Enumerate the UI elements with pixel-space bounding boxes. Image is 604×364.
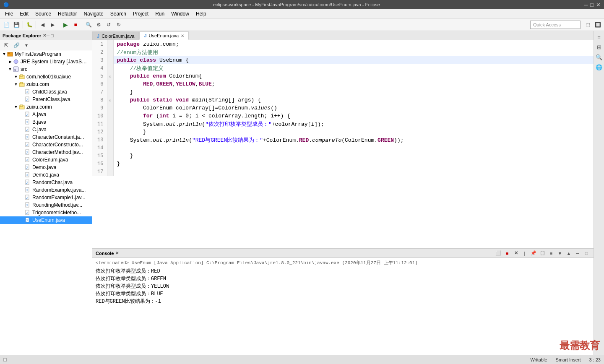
console-pin-button[interactable]: 📌 xyxy=(530,250,537,257)
svg-text:J: J xyxy=(26,121,28,124)
menu-edit[interactable]: Edit xyxy=(16,10,32,18)
code-content[interactable]: } xyxy=(113,128,594,136)
toolbar-btn-7[interactable]: ↺ xyxy=(104,20,113,29)
toolbar-btn-8[interactable]: ↻ xyxy=(114,20,123,29)
tree-type-icon: J xyxy=(24,187,31,193)
code-content[interactable]: //enum方法使用 xyxy=(113,48,594,56)
tree-item[interactable]: JCharacterMethod.jav... xyxy=(0,148,92,156)
sidebar-min-icon[interactable]: ─ xyxy=(46,33,49,38)
console-btn-3[interactable]: ✕ xyxy=(512,250,520,257)
code-content[interactable]: } xyxy=(113,88,594,96)
tree-item[interactable]: ▼ssrc xyxy=(0,65,92,73)
tree-item[interactable]: JParentClass.java xyxy=(0,96,92,103)
prev-button[interactable]: ◀ xyxy=(38,20,47,29)
tree-arrow: ▼ xyxy=(13,82,18,86)
console-btn-4[interactable]: | xyxy=(521,250,528,257)
sidebar-view-menu-button[interactable]: ▾ xyxy=(22,41,31,50)
menu-run[interactable]: Run xyxy=(152,10,168,18)
tree-item[interactable]: ▼com.hello01kuaixue xyxy=(0,73,92,81)
menu-file[interactable]: File xyxy=(2,10,16,18)
tree-item[interactable]: JRandomExample.java... xyxy=(0,186,92,194)
collapse-all-button[interactable]: ⇱ xyxy=(2,41,11,50)
stop-button[interactable]: ■ xyxy=(71,20,80,29)
tree-item[interactable]: ▶JRE System Library [JavaSE-... xyxy=(0,58,92,65)
tree-item[interactable]: JB.java xyxy=(0,118,92,126)
code-content[interactable]: public class UseEnum { xyxy=(113,56,594,64)
next-button[interactable]: ▶ xyxy=(48,20,57,29)
right-icon-tasks[interactable]: ≡ xyxy=(595,33,603,41)
tree-item[interactable]: ▼zuixu.comn xyxy=(0,103,92,111)
console-scroll-up-button[interactable]: ▲ xyxy=(565,250,573,257)
code-content[interactable]: ColorEnum colorArray[]=ColorEnum.values(… xyxy=(113,104,594,112)
right-icon-outline[interactable]: ⊞ xyxy=(595,43,603,51)
sidebar-max-icon[interactable]: □ xyxy=(51,33,54,38)
code-content[interactable]: RED,GREEN,YELLOW,BLUE; xyxy=(113,80,594,88)
perspective-button[interactable]: ⬚ xyxy=(583,20,592,29)
console-min-button[interactable]: ─ xyxy=(574,250,581,257)
save-button[interactable]: 💾 xyxy=(12,20,21,29)
code-content[interactable]: } xyxy=(113,152,594,160)
code-content[interactable]: public static void main(String[] args) { xyxy=(113,96,594,104)
console-scroll-down-button[interactable]: ▼ xyxy=(556,250,564,257)
tree-item[interactable]: JC.java xyxy=(0,126,92,133)
tab-useenum-close[interactable]: ✕ xyxy=(181,34,184,38)
tree-item[interactable]: JCharacterConstructo... xyxy=(0,141,92,148)
menu-refactor[interactable]: Refactor xyxy=(55,10,80,18)
tree-label: RandomExample.java... xyxy=(32,187,86,193)
console-header-buttons: ⬜ ■ ✕ | 📌 ⬚ ≡ ▼ ▲ ─ □ xyxy=(495,250,590,257)
code-content[interactable]: package zuixu.comn; xyxy=(113,40,594,48)
tree-item[interactable]: ▼zuixu.com xyxy=(0,81,92,88)
tree-item[interactable]: JColorEnum.java xyxy=(0,156,92,164)
menu-search[interactable]: Search xyxy=(107,10,130,18)
maximize-button[interactable]: □ xyxy=(590,2,594,8)
svg-rect-8 xyxy=(20,82,23,84)
new-button[interactable]: 📄 xyxy=(2,20,11,29)
tree-item[interactable]: ▼MyFirstJavaProgram xyxy=(0,50,92,58)
tree-item[interactable]: JCharacterConstant.ja... xyxy=(0,133,92,141)
debug-button[interactable]: 🐛 xyxy=(25,20,34,29)
code-content[interactable]: System.out.println("RED与GREEN比较结果为："+Col… xyxy=(113,136,594,144)
minimize-button[interactable]: ─ xyxy=(584,2,588,8)
menu-navigate[interactable]: Navigate xyxy=(80,10,107,18)
sidebar-title: Package Explorer xyxy=(3,33,41,38)
open-perspective-button[interactable]: 🔲 xyxy=(593,20,602,29)
code-content[interactable]: System.out.println("依次打印枚举类型成员："+colorAr… xyxy=(113,120,594,128)
quick-access-input[interactable]: Quick Access xyxy=(530,21,581,29)
run-button[interactable]: ▶ xyxy=(61,20,70,29)
link-with-editor-button[interactable]: 🔗 xyxy=(12,41,21,50)
code-content[interactable]: } xyxy=(113,160,594,168)
tree-item[interactable]: JDemo1.java xyxy=(0,171,92,179)
code-content[interactable]: public enum ColorEnum{ xyxy=(113,72,594,80)
console-max-button[interactable]: □ xyxy=(583,250,590,257)
code-editor[interactable]: 1package zuixu.comn;2//enum方法使用3public c… xyxy=(92,40,594,248)
menu-window[interactable]: Window xyxy=(168,10,193,18)
right-icon-search[interactable]: 🔍 xyxy=(595,53,603,61)
code-content[interactable]: //枚举值定义 xyxy=(113,64,594,72)
tree-label: A.java xyxy=(32,112,46,117)
console-clear-button[interactable]: ⬜ xyxy=(495,250,502,257)
close-button[interactable]: ✕ xyxy=(596,2,601,8)
tab-colorenum[interactable]: J ColorEnum.java xyxy=(92,31,139,40)
toolbar-btn-6[interactable]: ⚙ xyxy=(94,20,103,29)
tree-item[interactable]: JRandomExample1.jav... xyxy=(0,194,92,201)
toolbar-btn-5[interactable]: 🔍 xyxy=(84,20,93,29)
right-icon-browser[interactable]: 🌐 xyxy=(595,63,603,71)
menu-project[interactable]: Project xyxy=(130,10,152,18)
tree-item[interactable]: JChildClass.java xyxy=(0,88,92,96)
console-btn-6[interactable]: ⬚ xyxy=(539,250,546,257)
menu-source[interactable]: Source xyxy=(32,10,55,18)
tree-item[interactable]: JUseEnum.java xyxy=(0,216,92,224)
code-content[interactable]: for (int i = 0; i < colorArray.length; i… xyxy=(113,112,594,120)
tree-item[interactable]: JA.java xyxy=(0,111,92,118)
tree-item[interactable]: JRandomChar.java xyxy=(0,179,92,186)
menu-help[interactable]: Help xyxy=(193,10,210,18)
code-content[interactable] xyxy=(113,144,594,152)
tree-item[interactable]: JTrigonometricMetho... xyxy=(0,209,92,216)
console-stop-button[interactable]: ■ xyxy=(503,250,511,257)
tree-item[interactable]: JDemo.java xyxy=(0,164,92,171)
console-btn-7[interactable]: ≡ xyxy=(547,250,555,257)
code-row: 6 RED,GREEN,YELLOW,BLUE; xyxy=(92,80,594,88)
code-content[interactable] xyxy=(113,168,594,176)
tree-item[interactable]: JRoundingMethod.jav... xyxy=(0,201,92,209)
tab-useenum[interactable]: J UseEnum.java ✕ xyxy=(139,31,189,40)
